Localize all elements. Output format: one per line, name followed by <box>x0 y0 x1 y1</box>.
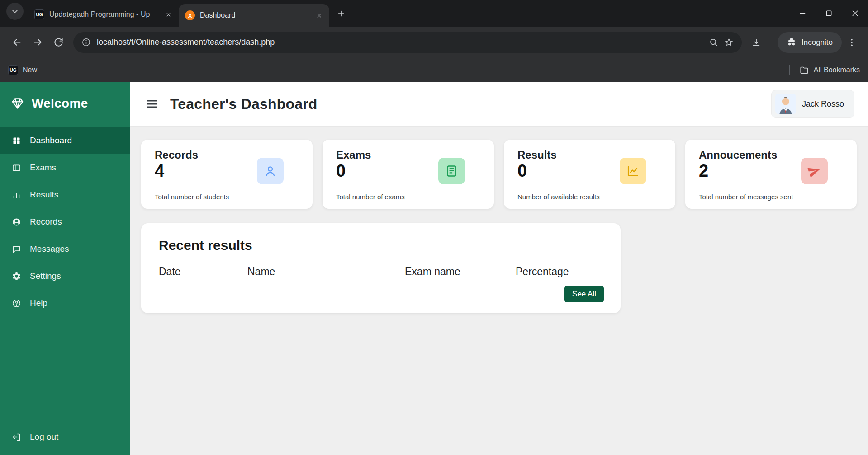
book-icon <box>438 158 465 184</box>
tab-search-button[interactable] <box>6 3 24 20</box>
sidebar-item-label: Records <box>30 217 62 227</box>
sidebar-item-label: Settings <box>30 271 61 281</box>
plus-icon <box>337 9 346 18</box>
sidebar: Welcome Dashboard Exams Results <box>0 82 130 455</box>
incognito-badge[interactable]: Incognito <box>778 32 842 53</box>
close-icon <box>850 9 860 18</box>
sidebar-nav: Dashboard Exams Results Records <box>0 127 130 317</box>
window-controls <box>789 0 868 27</box>
app-window: Welcome Dashboard Exams Results <box>0 82 868 455</box>
maximize-icon <box>824 9 834 18</box>
stat-card-exams: Exams 0 Total number of exams <box>323 140 494 209</box>
bookmarks-separator <box>789 65 790 75</box>
sidebar-item-dashboard[interactable]: Dashboard <box>0 127 130 154</box>
url-text[interactable]: localhost/t/Online-assessment/teachers/d… <box>97 38 703 47</box>
user-name: Jack Rosso <box>802 99 844 109</box>
recent-results-title: Recent results <box>159 238 604 253</box>
column-header-name: Name <box>247 266 405 278</box>
tab-title: Dashboard <box>200 11 308 19</box>
chevron-down-icon <box>10 7 19 16</box>
kebab-menu-icon <box>847 38 857 47</box>
updategadh-favicon: UG <box>8 65 18 75</box>
sidebar-item-messages[interactable]: Messages <box>0 235 130 263</box>
stat-card-results: Results 0 Number of available results <box>504 140 675 209</box>
recent-results-card: Recent results Date Name Exam name Perce… <box>141 223 621 313</box>
browser-tab-updategadh[interactable]: UG Updategadh Programming - Up <box>28 4 179 25</box>
bookmark-star-icon[interactable] <box>724 38 734 47</box>
new-tab-button[interactable] <box>332 5 350 23</box>
stat-caption: Number of available results <box>517 193 664 201</box>
logout-label: Log out <box>30 432 58 442</box>
xampp-favicon: X <box>185 10 195 20</box>
forward-button[interactable] <box>27 32 48 53</box>
bar-chart-icon <box>12 190 21 200</box>
reload-icon <box>53 37 64 47</box>
browser-tab-dashboard[interactable]: X Dashboard <box>179 4 329 27</box>
sidebar-item-results[interactable]: Results <box>0 181 130 208</box>
logout-icon <box>12 432 21 442</box>
bookmark-label: New <box>23 66 37 74</box>
sidebar-toggle-button[interactable] <box>144 96 160 112</box>
sidebar-item-label: Help <box>30 298 47 308</box>
tab-close-button[interactable] <box>162 9 174 20</box>
sidebar-item-label: Exams <box>30 163 56 173</box>
browser-menu-button[interactable] <box>842 33 862 52</box>
stat-card-announcements: Annoucements 2 Total number of messages … <box>685 140 857 209</box>
page-header: Teacher's Dashboard Jack Rosso <box>130 82 868 126</box>
user-profile-chip[interactable]: Jack Rosso <box>771 90 854 118</box>
close-window-button[interactable] <box>842 0 868 27</box>
minimize-icon <box>798 9 807 18</box>
column-header-date: Date <box>159 266 247 278</box>
address-bar[interactable]: localhost/t/Online-assessment/teachers/d… <box>73 32 742 53</box>
column-header-percentage: Percentage <box>516 266 604 278</box>
avatar <box>775 94 796 114</box>
person-circle-icon <box>12 217 21 227</box>
toolbar-separator <box>772 36 772 49</box>
all-bookmarks-label: All Bookmarks <box>814 66 860 74</box>
stat-caption: Total number of exams <box>336 193 482 201</box>
chat-icon <box>12 244 21 254</box>
close-icon <box>316 12 323 19</box>
see-all-row: See All <box>159 286 604 302</box>
person-icon <box>257 158 284 184</box>
back-button[interactable] <box>6 32 27 53</box>
sidebar-item-label: Dashboard <box>30 136 72 145</box>
logout-button[interactable]: Log out <box>0 423 130 450</box>
zoom-icon[interactable] <box>709 38 718 47</box>
help-icon <box>12 299 21 308</box>
download-icon <box>751 38 761 47</box>
chart-line-icon <box>620 158 646 184</box>
send-icon <box>801 158 828 184</box>
all-bookmarks-button[interactable]: All Bookmarks <box>799 65 860 75</box>
logo-icon <box>11 97 24 110</box>
brand-label: Welcome <box>32 96 88 111</box>
stats-row: Records 4 Total number of students Exams… <box>141 140 868 209</box>
stat-card-records: Records 4 Total number of students <box>141 140 313 209</box>
sidebar-item-records[interactable]: Records <box>0 208 130 235</box>
close-icon <box>165 11 172 18</box>
hamburger-icon <box>145 97 159 111</box>
downloads-button[interactable] <box>746 33 766 52</box>
minimize-button[interactable] <box>789 0 816 27</box>
tab-strip: UG Updategadh Programming - Up X Dashboa… <box>0 0 868 27</box>
sidebar-item-exams[interactable]: Exams <box>0 154 130 181</box>
table-body-empty <box>159 278 604 281</box>
maximize-button[interactable] <box>816 0 842 27</box>
sidebar-item-help[interactable]: Help <box>0 290 130 317</box>
sidebar-item-settings[interactable]: Settings <box>0 263 130 290</box>
stat-caption: Total number of students <box>155 193 301 201</box>
see-all-button[interactable]: See All <box>564 286 604 302</box>
bookmark-item-new[interactable]: UG New <box>8 65 37 75</box>
dashboard-content: Records 4 Total number of students Exams… <box>130 126 868 455</box>
tab-title: Updategadh Programming - Up <box>49 10 157 19</box>
reload-button[interactable] <box>48 32 69 53</box>
tab-close-button[interactable] <box>313 9 325 21</box>
folder-icon <box>799 65 809 75</box>
page-info-icon[interactable] <box>81 38 91 47</box>
arrow-left-icon <box>12 37 22 47</box>
gear-icon <box>12 272 21 281</box>
sidebar-item-label: Messages <box>30 244 69 254</box>
grid-icon <box>12 136 21 145</box>
sidebar-item-label: Results <box>30 190 58 200</box>
page-title: Teacher's Dashboard <box>170 96 318 113</box>
